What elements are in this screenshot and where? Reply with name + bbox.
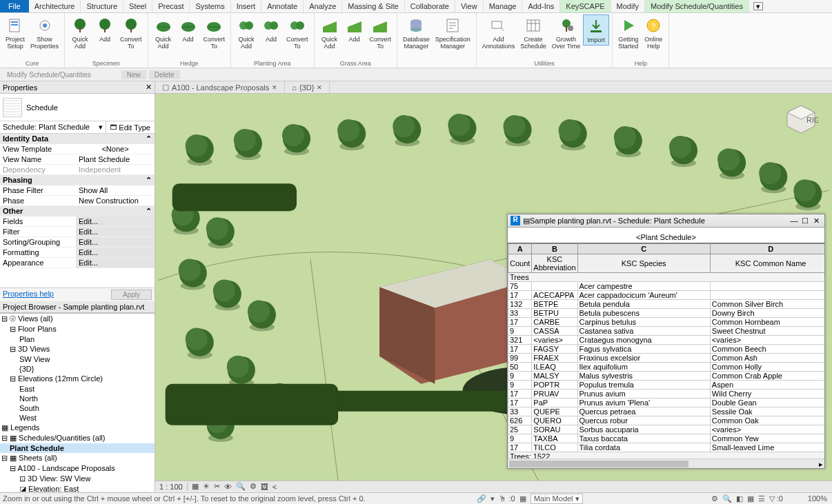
vc-icon[interactable]: ⚙ — [250, 482, 257, 491]
ribbon-specification-button[interactable]: SpecificationManager — [433, 14, 473, 51]
tree-item[interactable]: ⊡ 3D View: SW View — [0, 474, 155, 484]
menu-modify[interactable]: Modify — [611, 0, 645, 12]
tree-item[interactable]: Plan — [0, 334, 155, 344]
status-icon[interactable]: 🔍 — [722, 494, 732, 503]
tree-item[interactable]: ⊟ ⦾ Views (all) — [0, 314, 155, 324]
vc-icon[interactable]: < — [273, 483, 277, 491]
ribbon-quick-button[interactable]: QuickAdd — [317, 14, 342, 51]
panel-toggle-icon[interactable]: ▾ — [753, 2, 763, 10]
ribbon-convert-button[interactable]: ConvertTo — [284, 14, 311, 51]
instance-selector[interactable]: Schedule: Plant Schedule ▾ — [0, 121, 106, 133]
scale-label[interactable]: 1 : 100 — [159, 483, 183, 491]
menu-collaborate[interactable]: Collaborate — [405, 0, 455, 12]
sorting-edit-button[interactable]: Edit... — [76, 237, 155, 247]
ribbon-quick-button[interactable]: QuickAdd — [68, 14, 92, 51]
prop-view-name-val[interactable]: Plant Schedule — [76, 154, 155, 164]
main-model-selector[interactable]: Main Model ▾ — [531, 494, 583, 504]
ribbon-create-button[interactable]: CreateSchedule — [517, 14, 549, 51]
ribbon-online-button[interactable]: ?OnlineHelp — [641, 14, 666, 51]
table-row[interactable]: 17FAGSYFagus sylvaticaCommon Beech548.62… — [508, 345, 825, 354]
status-icon[interactable]: ▦ — [747, 494, 754, 503]
view-cube[interactable]: RIGHT — [784, 102, 818, 137]
ribbon-convert-button[interactable]: ConvertTo — [117, 14, 145, 51]
tree-item[interactable]: ◪ Elevation: East — [0, 484, 155, 492]
ribbon-add-button[interactable]: AddAnnotations — [479, 14, 518, 51]
prop-phase-filter-val[interactable]: Show All — [76, 185, 155, 195]
menu-steel[interactable]: Steel — [123, 0, 152, 12]
status-icon[interactable]: ▾ — [491, 494, 495, 503]
status-icon[interactable]: ☰ — [758, 494, 765, 503]
tree-item[interactable]: West — [0, 413, 155, 423]
col-species[interactable]: KSC Species — [577, 254, 710, 273]
ribbon-quick-button[interactable]: QuickAdd — [151, 14, 176, 51]
col-letter[interactable]: D — [710, 244, 824, 254]
ribbon-quick-button[interactable]: QuickAdd — [234, 14, 259, 51]
close-icon[interactable]: ✕ — [317, 84, 322, 91]
status-icon[interactable]: ⚙ — [711, 494, 718, 503]
col-abbrev[interactable]: KSC Abbreviation — [532, 254, 577, 273]
vc-icon[interactable]: 👁 — [224, 483, 232, 491]
fields-edit-button[interactable]: Edit... — [76, 216, 155, 226]
ribbon-convert-button[interactable]: ConvertTo — [367, 14, 395, 51]
minimize-button[interactable]: — — [789, 216, 800, 225]
cat-identity[interactable]: Identity Data⌃ — [0, 134, 155, 144]
delete-button[interactable]: Delete — [149, 70, 180, 79]
ribbon-add-button[interactable]: Add — [259, 14, 284, 44]
close-button[interactable]: ✕ — [811, 216, 822, 225]
ribbon-add-button[interactable]: Add — [342, 14, 367, 44]
appearance-edit-button[interactable]: Edit... — [76, 258, 155, 268]
file-menu[interactable]: File — [0, 0, 29, 12]
properties-help-link[interactable]: Properties help — [3, 290, 54, 300]
close-icon[interactable]: ✕ — [146, 83, 152, 92]
menu-architecture[interactable]: Architecture — [29, 0, 81, 12]
menu-precast[interactable]: Precast — [152, 0, 190, 12]
new-button[interactable]: New — [121, 70, 146, 79]
tree-item[interactable]: ⊟ Floor Plans — [0, 324, 155, 334]
col-letter[interactable]: C — [577, 244, 710, 254]
table-row[interactable]: 132BETPEBetula pendulaCommon Silver Birc… — [508, 300, 825, 309]
table-row[interactable]: 75Acer campestre0.00 m²<varies> — [508, 282, 825, 291]
ribbon-convert-button[interactable]: ConvertTo — [201, 14, 228, 51]
ribbon-show-button[interactable]: ShowProperties — [28, 14, 61, 51]
table-row[interactable]: 17PRUAVPrunus aviumWild Cherry548.62 m²<… — [508, 390, 825, 399]
menu-keyscape[interactable]: KeySCAPE — [560, 0, 611, 12]
project-browser[interactable]: ⊟ ⦾ Views (all)⊟ Floor PlansPlan⊟ 3D Vie… — [0, 313, 155, 492]
view-tab-a100[interactable]: ▢A100 - Landscape Proposals✕ — [155, 81, 285, 93]
schedule-titlebar[interactable]: R ▤ Sample planting plan.rvt - Schedule:… — [508, 214, 824, 228]
tree-item[interactable]: South — [0, 403, 155, 413]
table-row[interactable]: 9POPTRPopulus tremulaAspen548.62 m²<vari… — [508, 381, 825, 390]
ribbon-project-button[interactable]: ProjectSetup — [3, 14, 28, 51]
status-icon[interactable]: ▦ — [519, 494, 526, 503]
table-row[interactable]: 25SORAUSorbus aucuparia<varies>548.62 m²… — [508, 425, 825, 434]
zoom-level[interactable]: 100% — [808, 494, 827, 503]
menu-addins[interactable]: Add-Ins — [522, 0, 560, 12]
schedule-scrollbar[interactable]: ▸ — [508, 458, 824, 468]
tree-item[interactable]: {3D} — [0, 364, 155, 374]
table-row[interactable]: 33QUEPEQuercus petraeaSessile Oak548.62 … — [508, 407, 825, 416]
tree-item[interactable]: North — [0, 394, 155, 403]
vc-icon[interactable]: 🔍 — [236, 482, 246, 491]
tree-item[interactable]: ⊟ ▦ Schedules/Quantities (all) — [0, 433, 155, 443]
tree-item[interactable]: East — [0, 384, 155, 394]
view-tab-3d[interactable]: ⌂{3D}✕ — [285, 82, 330, 93]
prop-phase-val[interactable]: New Construction — [76, 196, 155, 205]
menu-view[interactable]: View — [455, 0, 484, 12]
table-row[interactable]: 9TAXBATaxus baccataCommon Yew548.62 m²<v… — [508, 434, 825, 443]
table-row[interactable]: 17ACECAPPAAcer cappadocicum 'Aureum'0.00… — [508, 291, 825, 300]
table-row[interactable]: 50ILEAQIlex aquifoliumCommon Holly548.62… — [508, 363, 825, 372]
cat-other[interactable]: Other⌃ — [0, 206, 155, 216]
menu-annotate[interactable]: Annotate — [261, 0, 304, 12]
status-sel[interactable]: 🖱 :0 — [499, 494, 515, 503]
schedule-window[interactable]: R ▤ Sample planting plan.rvt - Schedule:… — [507, 214, 825, 469]
tree-item[interactable]: Plant Schedule — [0, 443, 155, 453]
ribbon-add-button[interactable]: Add — [176, 14, 201, 44]
tree-item[interactable]: ▦ Legends — [0, 423, 155, 433]
status-icon[interactable]: ▽ :0 — [769, 494, 783, 503]
ribbon-growth-button[interactable]: GrowthOver Time — [549, 14, 584, 51]
schedule-table[interactable]: A B C D E F Count KSC Abbreviation KSC S… — [508, 243, 824, 458]
table-row[interactable]: 321<varies>Crataegus monogyna<varies>548… — [508, 336, 825, 345]
table-row[interactable]: 17TILCOTilia cordataSmall-leaved Lime548… — [508, 443, 825, 452]
table-row[interactable]: 99FRAEXFraxinus excelsiorCommon Ash548.6… — [508, 354, 825, 363]
menu-systems[interactable]: Systems — [190, 0, 230, 12]
apply-button[interactable]: Apply — [111, 290, 152, 300]
